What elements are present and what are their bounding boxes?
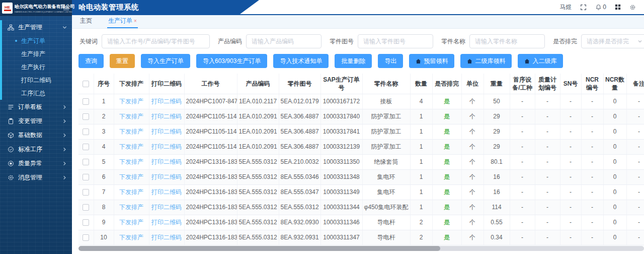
print-qrcode-link[interactable]: 打印二维码 [151, 234, 182, 241]
filter-input-产品编码[interactable] [246, 34, 321, 48]
dispatch-link[interactable]: 下发排产 [119, 234, 143, 241]
filter-select-是否排完[interactable] [581, 34, 644, 48]
gear-icon [7, 174, 15, 181]
dispatch-link[interactable]: 下发排产 [119, 113, 143, 120]
tab-主页[interactable]: 主页 [79, 17, 93, 28]
print-qrcode-link[interactable]: 打印二维码 [151, 128, 182, 135]
sidebar-group: 基础数据 [0, 128, 72, 142]
row-checkbox[interactable] [83, 144, 89, 150]
content: 关键词 产品编码 零件图号 零件名称 是否排完 查询 重置 导入生产订单 导入6… [72, 29, 644, 254]
cell-part-no: 5EA.306.4887 [279, 109, 320, 124]
notification-bell-icon[interactable]: 0 [595, 4, 606, 11]
dispatch-link[interactable]: 下发排产 [119, 158, 143, 165]
cell-part-no: 5EA.306.4887 [279, 124, 320, 139]
dispatch-link[interactable]: 下发排产 [119, 219, 143, 226]
button-预留领料[interactable]: 预留领料 [409, 54, 454, 68]
sidebar-subitem-生产订单[interactable]: 生产订单 [2, 34, 72, 47]
filter-input-零件名称[interactable] [469, 34, 545, 48]
submenu: 生产订单 生产排产 生产执行 打印二维码 工序汇总 [2, 34, 72, 100]
sidebar-subitem-打印二维码[interactable]: 打印二维码 [2, 74, 72, 87]
user-name[interactable]: 马煜 [559, 3, 572, 12]
column-header-重量: 重量 [484, 74, 510, 94]
sidebar-subitem-工序汇总[interactable]: 工序汇总 [2, 87, 72, 100]
button-查询[interactable]: 查询 [78, 54, 104, 68]
sidebar-item-变更管理[interactable]: 变更管理 [2, 114, 72, 128]
house-icon [524, 58, 530, 64]
print-qrcode-link[interactable]: 打印二维码 [151, 113, 182, 120]
table-body: 1 下发排产 打印二维码 2024HPC1007-847-1 1EA.010.2… [78, 94, 644, 245]
dispatch-link[interactable]: 下发排产 [119, 173, 143, 180]
cell-job-no: 2024HPC1007-847-1 [184, 94, 237, 109]
row-checkbox[interactable] [83, 234, 89, 241]
filter-label: 关键词 [79, 37, 98, 46]
row-checkbox[interactable] [83, 219, 89, 226]
row-checkbox[interactable] [83, 174, 89, 180]
apps-grid-icon[interactable] [615, 4, 621, 10]
button-二级库领料[interactable]: 二级库领料 [460, 54, 512, 68]
row-checkbox[interactable] [83, 159, 89, 165]
app-title-banner: 哈电动装管理系统 [72, 0, 259, 14]
cell-job-no: 2024HPC1105-1147-2 [184, 109, 237, 124]
sidebar-item-质量异常[interactable]: 质量异常 [2, 156, 72, 170]
dispatch-link[interactable]: 下发排产 [119, 204, 143, 211]
table-row: 2 下发排产 打印二维码 2024HPC1105-1147-2 1EA.010.… [78, 109, 644, 124]
cell-product-code: 5EA.555.0312 [237, 184, 279, 200]
dispatch-link[interactable]: 下发排产 [119, 188, 143, 196]
button-批量删除[interactable]: 批量删除 [335, 54, 372, 68]
button-导入603/903生产订单[interactable]: 导入603/903生产订单 [196, 54, 267, 68]
sidebar-item-生产管理[interactable]: 生产管理 [2, 20, 72, 34]
tab-生产订单[interactable]: 生产订单× [107, 17, 138, 28]
scrollbar-thumb[interactable] [78, 246, 440, 251]
row-checkbox[interactable] [83, 113, 89, 120]
target-icon [7, 160, 15, 167]
cell-sap-order-no: 10003311347 [320, 230, 362, 245]
dispatch-link[interactable]: 下发排产 [119, 98, 143, 105]
house-icon [416, 58, 421, 64]
close-tab-icon[interactable]: × [134, 19, 137, 24]
cell-job-no: 2024HPC1316-1833-2 [184, 215, 237, 230]
button-入二级库[interactable]: 入二级库 [518, 54, 563, 68]
cell-first-device: - [510, 124, 535, 139]
cell-job-no: 2024HPC1316-1833-2 [184, 169, 237, 184]
fullscreen-icon[interactable] [580, 4, 587, 11]
cell-sap-order-no: 10003311348 [320, 169, 362, 184]
print-qrcode-link[interactable]: 打印二维码 [151, 204, 182, 211]
select-all-checkbox[interactable] [83, 81, 89, 87]
print-qrcode-link[interactable]: 打印二维码 [151, 173, 182, 180]
cell-sap-order-no: 10003317841 [320, 124, 362, 139]
sidebar-subitem-生产执行[interactable]: 生产执行 [2, 60, 72, 74]
print-qrcode-link[interactable]: 打印二维码 [151, 219, 182, 226]
print-qrcode-link[interactable]: 打印二维码 [151, 143, 182, 150]
cell-seq: 10 [94, 230, 114, 245]
sidebar-item-标准工序[interactable]: 标准工序 [2, 142, 72, 156]
row-checkbox[interactable] [83, 129, 89, 135]
sidebar-item-基础数据[interactable]: 基础数据 [2, 128, 72, 142]
print-qrcode-link[interactable]: 打印二维码 [151, 158, 182, 165]
row-checkbox[interactable] [83, 204, 89, 211]
cell-sn: - [560, 124, 581, 139]
button-重置[interactable]: 重置 [110, 54, 135, 68]
settings-gear-icon[interactable] [629, 4, 636, 11]
sidebar-subitem-生产排产[interactable]: 生产排产 [2, 47, 72, 60]
dispatch-link[interactable]: 下发排产 [119, 143, 143, 150]
cell-seq: 2 [94, 109, 114, 124]
print-qrcode-link[interactable]: 打印二维码 [151, 98, 182, 105]
cell-ncr-no: - [581, 184, 603, 200]
print-qrcode-link[interactable]: 打印二维码 [151, 188, 182, 196]
row-checkbox[interactable] [83, 189, 89, 196]
column-header-打印二维码: 打印二维码 [149, 74, 184, 94]
row-checkbox[interactable] [83, 98, 89, 105]
sidebar-item-消息管理[interactable]: 消息管理 [2, 170, 72, 184]
filter-input-关键词[interactable] [102, 34, 210, 48]
dispatch-link[interactable]: 下发排产 [119, 128, 143, 135]
cell-weight: 114 [484, 200, 510, 215]
cell-weight: 80.1 [484, 154, 510, 169]
button-导入技术通知单[interactable]: 导入技术通知单 [273, 54, 329, 68]
horizontal-scrollbar[interactable] [78, 246, 644, 251]
button-导出[interactable]: 导出 [378, 54, 403, 68]
sidebar-item-订单看板[interactable]: 订单看板 [2, 100, 72, 114]
filter-input-零件图号[interactable] [358, 34, 433, 48]
cell-ncr-no: - [581, 200, 603, 215]
button-导入生产订单[interactable]: 导入生产订单 [141, 54, 190, 68]
cell-complete: 是 [432, 230, 461, 245]
